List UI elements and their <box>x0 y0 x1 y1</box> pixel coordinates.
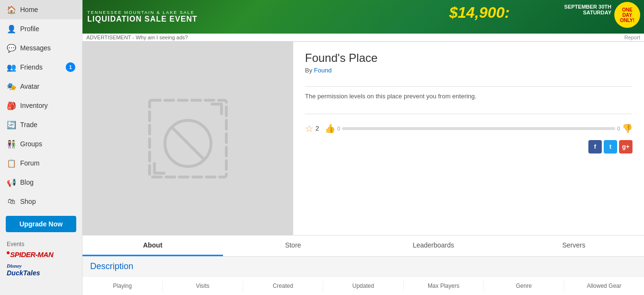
profile-icon: 👤 <box>7 24 16 34</box>
ad-date: SEPTEMBER 30TH <box>564 4 611 10</box>
ad-title: LIQUIDATION SALE EVENT <box>87 15 198 24</box>
permission-text: The permission levels on this place prev… <box>305 92 632 101</box>
shop-icon: 🛍 <box>7 197 16 206</box>
ad-text-block: TENNESSEE MOUNTAIN & LAKE SALE LIQUIDATI… <box>87 0 198 34</box>
ad-one-day: ONE DAY ONLY! <box>614 2 640 28</box>
by-label: By <box>305 67 312 74</box>
groups-icon: 👫 <box>7 139 16 149</box>
sidebar-item-shop[interactable]: 🛍 Shop <box>0 192 82 211</box>
social-buttons: f t g+ <box>305 140 632 153</box>
sidebar-item-inventory[interactable]: 🎒 Inventory <box>0 96 82 115</box>
stat-col-genre: Genre <box>484 281 564 291</box>
info-divider-2 <box>305 114 632 114</box>
star-icon: ☆ <box>305 123 314 134</box>
events-label: Events <box>7 241 75 248</box>
stat-col-created: Created <box>243 281 323 291</box>
trade-icon: 🔄 <box>7 120 16 130</box>
ad-report-link[interactable]: Report <box>624 35 640 40</box>
ad-september: SEPTEMBER 30TH SATURDAY <box>564 4 611 15</box>
description-section: Description <box>82 256 644 276</box>
stat-col-playing: Playing <box>82 281 163 291</box>
sidebar-label-avatar: Avatar <box>20 83 75 90</box>
tab-about[interactable]: About <box>82 236 223 256</box>
place-author-link[interactable]: Found <box>314 67 332 74</box>
facebook-share-button[interactable]: f <box>588 140 602 153</box>
sidebar-label-home: Home <box>20 6 75 13</box>
twitter-share-button[interactable]: t <box>604 140 617 153</box>
spiderman-event[interactable]: SPIDER-MAN <box>7 250 75 259</box>
tab-servers[interactable]: Servers <box>503 236 644 256</box>
ad-day: SATURDAY <box>564 10 611 15</box>
sidebar-label-trade: Trade <box>20 121 75 129</box>
stat-col-max-players: Max Players <box>404 281 484 291</box>
stat-col-updated: Updated <box>323 281 403 291</box>
googleplus-share-button[interactable]: g+ <box>619 140 632 153</box>
main-content: TENNESSEE MOUNTAIN & LAKE SALE LIQUIDATI… <box>82 0 644 295</box>
ad-notice-bar: ADVERTISEMENT - Why am I seeing ads? Rep… <box>82 34 644 42</box>
sidebar-item-messages[interactable]: 💬 Messages <box>0 38 82 58</box>
sidebar-label-shop: Shop <box>20 198 75 205</box>
forum-icon: 📋 <box>7 158 16 168</box>
sidebar-label-friends: Friends <box>20 63 66 71</box>
svg-line-2 <box>172 127 204 160</box>
thumbs-down-count: 0 <box>617 126 620 131</box>
avatar-icon: 🎭 <box>7 82 16 91</box>
sidebar-label-messages: Messages <box>20 44 75 52</box>
thumbs-up-button[interactable]: 👍 <box>325 123 335 134</box>
description-title: Description <box>90 261 133 271</box>
tab-leaderboards[interactable]: Leaderboards <box>363 236 504 256</box>
sidebar-item-friends[interactable]: 👥 Friends 1 <box>0 58 82 77</box>
sidebar-label-forum: Forum <box>20 159 75 167</box>
vote-section: 👍 0 0 👎 <box>325 123 632 134</box>
ducktales-event[interactable]: DisneyDuckTales <box>7 261 75 277</box>
sidebar-item-profile[interactable]: 👤 Profile <box>0 19 82 38</box>
blog-icon: 📢 <box>7 177 16 187</box>
place-title: Found's Place <box>305 51 632 65</box>
inventory-icon: 🎒 <box>7 101 16 110</box>
sidebar-label-profile: Profile <box>20 25 75 33</box>
place-area: Found's Place By Found The permission le… <box>82 42 644 295</box>
vote-bar <box>342 127 615 130</box>
star-count: 2 <box>316 125 319 132</box>
thumbs-up-count: 0 <box>337 126 340 131</box>
sidebar-label-inventory: Inventory <box>20 102 75 109</box>
stat-col-visits: Visits <box>163 281 243 291</box>
place-info: Found's Place By Found The permission le… <box>293 42 644 235</box>
home-icon: 🏠 <box>7 5 16 14</box>
sidebar-item-groups[interactable]: 👫 Groups <box>0 134 82 153</box>
events-section: Events SPIDER-MAN DisneyDuckTales <box>0 237 82 282</box>
thumbs-down-button[interactable]: 👎 <box>622 123 632 134</box>
sidebar-item-avatar[interactable]: 🎭 Avatar <box>0 77 82 96</box>
ad-notice-text: ADVERTISEMENT - Why am I seeing ads? <box>86 35 188 40</box>
favorite-button[interactable]: ☆ 2 <box>305 123 319 134</box>
stat-col-allowed-gear: Allowed Gear <box>564 281 644 291</box>
info-divider <box>305 86 632 87</box>
sidebar: 🏠 Home 👤 Profile 💬 Messages 👥 Friends 1 … <box>0 0 82 295</box>
ad-price: $14,900: <box>449 4 510 22</box>
place-content: Found's Place By Found The permission le… <box>82 42 644 235</box>
upgrade-button[interactable]: Upgrade Now <box>6 216 76 232</box>
messages-icon: 💬 <box>7 43 16 53</box>
badge-friends: 1 <box>66 62 75 72</box>
sidebar-item-forum[interactable]: 📋 Forum <box>0 153 82 173</box>
no-image-placeholder <box>140 91 236 187</box>
sidebar-item-trade[interactable]: 🔄 Trade <box>0 115 82 134</box>
tab-store[interactable]: Store <box>223 236 363 256</box>
place-by: By Found <box>305 67 632 74</box>
ad-banner: TENNESSEE MOUNTAIN & LAKE SALE LIQUIDATI… <box>82 0 644 34</box>
sidebar-label-blog: Blog <box>20 178 75 186</box>
thumbs-up-icon: 👍 <box>325 123 335 134</box>
sidebar-item-home[interactable]: 🏠 Home <box>0 0 82 19</box>
thumbs-down-icon: 👎 <box>622 123 632 134</box>
sidebar-item-blog[interactable]: 📢 Blog <box>0 173 82 192</box>
actions-row: ☆ 2 👍 0 0 👎 <box>305 123 632 134</box>
friends-icon: 👥 <box>7 62 16 72</box>
place-thumbnail <box>82 42 293 235</box>
tabs-bar: AboutStoreLeaderboardsServers <box>82 235 644 256</box>
sidebar-label-groups: Groups <box>20 140 75 148</box>
stats-row: PlayingVisitsCreatedUpdatedMax PlayersGe… <box>82 276 644 295</box>
ad-subtitle: TENNESSEE MOUNTAIN & LAKE SALE <box>87 10 198 15</box>
